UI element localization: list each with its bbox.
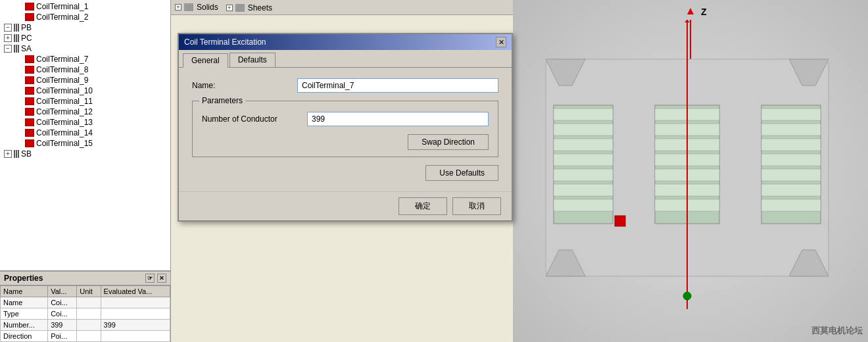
red-icon [25, 55, 34, 63]
motor-svg [526, 20, 848, 309]
solids-node[interactable]: + Solids [175, 3, 218, 12]
tree-item[interactable]: + PC [0, 33, 170, 43]
tree-item[interactable]: CoilTerminal_13 [0, 117, 170, 128]
props-column-header: Name [1, 286, 48, 297]
props-cell [77, 331, 101, 342]
z-axis-arrow [687, 8, 694, 14]
tree-item-label: SB [21, 149, 32, 159]
svg-rect-10 [554, 169, 613, 181]
tree-item-label: CoilTerminal_12 [36, 107, 93, 116]
svg-rect-11 [554, 184, 613, 196]
use-defaults-button[interactable]: Use Defaults [425, 165, 498, 181]
props-cell: Coi... [48, 308, 77, 320]
tree-item[interactable]: − SA [0, 43, 170, 54]
svg-marker-30 [685, 20, 690, 22]
tree-item[interactable]: CoilTerminal_10 [0, 86, 170, 96]
tree-item-label: SA [21, 44, 32, 53]
props-column-header: Evaluated Va... [101, 286, 170, 297]
tree-item[interactable]: CoilTerminal_15 [0, 138, 170, 149]
tree-item[interactable]: CoilTerminal_9 [0, 75, 170, 86]
props-column-header: Val... [48, 286, 77, 297]
props-cell: Poi... [48, 331, 77, 342]
tree-area: CoilTerminal_1CoilTerminal_2− PB+ PC− SA… [0, 0, 170, 270]
expand-icon[interactable]: + [4, 150, 12, 158]
tab-defaults[interactable]: Defaults [229, 53, 276, 67]
tree-item[interactable]: − PB [0, 22, 170, 33]
props-cell: Direction [1, 331, 48, 342]
dialog-title: Coil Terminal Excitation [184, 37, 266, 47]
folder-icon [184, 3, 193, 11]
tree-item-label: CoilTerminal_9 [36, 76, 88, 85]
expand-icon[interactable]: − [4, 24, 12, 32]
sheets-folder-icon [235, 4, 245, 12]
svg-rect-31 [615, 216, 625, 226]
red-icon [25, 13, 34, 21]
expand-icon[interactable]: − [4, 45, 12, 53]
cancel-button[interactable]: 取消 [452, 197, 501, 215]
name-label: Name: [192, 81, 297, 90]
middle-area: + Solids + Sheets Coil Terminal Excitati… [171, 0, 513, 342]
red-icon [25, 3, 34, 11]
svg-rect-23 [761, 124, 821, 135]
tree-item[interactable]: CoilTerminal_2 [0, 12, 170, 22]
dialog-tabs: General Defaults [179, 50, 512, 68]
name-input[interactable] [297, 78, 498, 93]
tab-general[interactable]: General [183, 53, 228, 68]
tree-item[interactable]: CoilTerminal_12 [0, 107, 170, 117]
conductor-input[interactable] [307, 112, 489, 126]
red-icon [25, 129, 34, 137]
props-cell [77, 297, 101, 308]
svg-rect-12 [554, 199, 613, 211]
props-row: NameCoi... [1, 297, 170, 308]
tree-item-label: CoilTerminal_7 [36, 55, 88, 64]
lines-icon [14, 45, 19, 53]
properties-title: Properties [4, 274, 43, 283]
red-icon [25, 108, 34, 116]
props-column-header: Unit [77, 286, 101, 297]
expand-icon[interactable]: + [4, 34, 12, 42]
swap-direction-button[interactable]: Swap Direction [408, 134, 489, 150]
sheets-node[interactable]: + Sheets [226, 3, 272, 12]
props-cell [101, 331, 170, 342]
tree-item-label: CoilTerminal_14 [36, 128, 93, 137]
tree-item-label: CoilTerminal_13 [36, 118, 93, 127]
svg-point-32 [683, 292, 691, 300]
properties-pin-btn[interactable]: ☞ [145, 274, 155, 283]
lines-icon [14, 150, 19, 158]
properties-table: NameVal...UnitEvaluated Va... NameCoi...… [0, 285, 170, 342]
tree-item[interactable]: + SB [0, 149, 170, 159]
svg-rect-24 [761, 139, 821, 151]
tree-item[interactable]: CoilTerminal_11 [0, 96, 170, 107]
red-icon [25, 139, 34, 147]
props-cell: Coi... [48, 297, 77, 308]
red-icon [25, 118, 34, 126]
dialog-close-button[interactable]: ✕ [496, 37, 506, 47]
tree-item[interactable]: CoilTerminal_8 [0, 64, 170, 75]
tree-item[interactable]: CoilTerminal_7 [0, 54, 170, 64]
ok-button[interactable]: 确定 [398, 197, 447, 215]
solids-expand-icon[interactable]: + [175, 4, 181, 11]
tree-item-label: CoilTerminal_1 [36, 2, 88, 11]
red-icon [25, 66, 34, 74]
tree-item-label: PC [21, 34, 32, 43]
sheets-label: Sheets [248, 3, 272, 12]
tree-item-label: PB [21, 23, 32, 32]
tree-item[interactable]: CoilTerminal_14 [0, 128, 170, 138]
props-cell [101, 308, 170, 320]
svg-rect-8 [554, 139, 613, 151]
tree-item[interactable]: CoilTerminal_1 [0, 1, 170, 12]
props-row: Number...399399 [1, 320, 170, 331]
sheets-expand-icon[interactable]: + [226, 5, 233, 11]
svg-rect-26 [761, 169, 821, 181]
red-icon [25, 97, 34, 105]
properties-close-btn[interactable]: ✕ [157, 274, 166, 283]
conductor-label: Number of Conductor [202, 114, 307, 124]
props-cell: Name [1, 297, 48, 308]
svg-rect-25 [761, 154, 821, 166]
props-cell: 399 [48, 320, 77, 331]
svg-rect-6 [554, 109, 613, 120]
props-row: TypeCoi... [1, 308, 170, 320]
lines-icon [14, 24, 19, 32]
props-cell: Type [1, 308, 48, 320]
parameters-group: Parameters Number of Conductor Swap Dire… [192, 101, 498, 157]
